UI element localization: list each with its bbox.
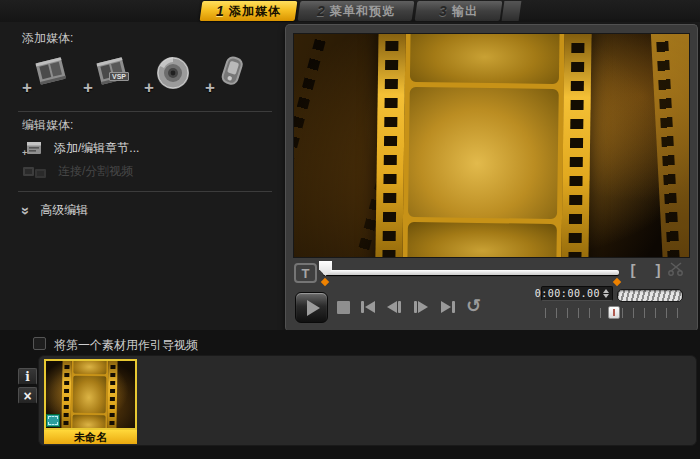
spinner-up-icon [603,289,609,293]
clip-remove-button[interactable]: × [18,387,37,404]
double-chevron-icon: » [21,206,31,214]
preview-panel: T [ ] ↺ 0:00:00.00 [285,24,698,332]
play-icon [307,300,320,316]
tab-menu-preview[interactable]: 2 菜单和预览 [298,1,415,21]
mini-film-frame [73,375,107,413]
plus-icon: + [83,78,93,98]
menu-item-label: 添加/编辑章节... [54,140,139,157]
skip-end-icon [441,301,451,313]
add-disc-button[interactable]: + [144,52,192,104]
next-frame-icon [414,301,417,313]
timecode-spinner[interactable] [603,289,609,298]
volume-slider[interactable] [617,289,683,302]
step-tab-bar: 1 添加媒体 2 菜单和预览 3 输出 [0,0,700,22]
menu-item-label: 高级编辑 [40,202,88,219]
join-split-icon [22,164,48,180]
go-to-start-button[interactable] [361,296,375,318]
plus-icon: + [22,78,32,98]
seek-track[interactable] [323,270,619,275]
sidebar-divider [18,191,272,192]
mini-film-strip [61,359,117,430]
join-split-video-item: 连接/分割视频 [22,163,133,180]
tab-label: 输出 [452,3,478,20]
mark-in-button[interactable]: [ [623,260,643,280]
tab-number: 2 [317,3,325,19]
edit-media-section-label: 编辑媒体: [22,117,73,134]
video-clip-type-badge [46,414,60,427]
scissors-icon [667,261,684,276]
spinner-down-icon [603,294,609,298]
next-frame-button[interactable] [414,296,428,318]
film-sprocket-rail [561,33,591,258]
clip-info-button[interactable]: i [18,368,37,385]
add-edit-chapters-item[interactable]: + 添加/编辑章节... [22,139,139,157]
film-frame [408,87,559,219]
timecode-value: 0:00:00.00 [535,288,600,299]
sidebar-divider [18,111,272,112]
lead-video-checkbox[interactable] [33,337,46,350]
advanced-edit-item[interactable]: » 高级编辑 [22,202,88,219]
film-frame [410,33,560,84]
film-sprocket-rail [375,33,405,258]
film-frames [402,33,565,258]
svg-text:+: + [22,148,27,157]
vsp-badge: VSP [109,72,129,81]
mobile-phone-icon [213,54,253,92]
timecode-display: 0:00:00.00 [541,286,613,301]
tab-output[interactable]: 3 输出 [415,1,503,21]
add-mobile-device-button[interactable]: + [205,52,253,104]
trim-start-marker[interactable] [321,278,329,286]
trim-end-marker[interactable] [613,278,621,286]
video-preview [293,33,690,258]
jog-shuttle-handle[interactable] [608,306,620,319]
text-overlay-button[interactable]: T [294,263,317,283]
add-media-section-label: 添加媒体: [22,30,73,47]
mini-film-frames [70,359,108,430]
stop-button[interactable] [337,301,350,314]
add-video-file-button[interactable]: + [22,52,70,104]
tab-label: 添加媒体 [229,3,281,20]
tab-number: 3 [439,3,447,19]
tab-label: 菜单和预览 [330,3,395,20]
repeat-button[interactable]: ↺ [466,295,481,316]
mini-sprocket-rail [108,359,118,430]
lead-video-label: 将第一个素材用作引导视频 [54,337,198,354]
tab-number: 1 [216,3,224,19]
skip-start-icon [365,301,375,313]
add-media-icon-row: + + VSP + [22,52,262,104]
mini-film-frame [73,359,106,374]
film-frame [407,222,557,258]
tab-add-media[interactable]: 1 添加媒体 [200,1,298,21]
menu-item-label: 连接/分割视频 [58,163,133,180]
mini-film-frame [72,415,105,430]
add-vsp-project-button[interactable]: + VSP [83,52,131,104]
disc-icon [152,54,192,92]
prev-frame-icon [387,301,397,313]
mark-out-button[interactable]: ] [648,260,668,280]
skip-end-icon [452,301,455,313]
chapter-icon: + [22,139,44,157]
film-strip-main [375,33,592,258]
previous-frame-button[interactable] [387,296,401,318]
clip-name-label[interactable]: 未命名 [44,430,137,444]
skip-start-icon [361,301,364,313]
next-frame-icon [418,301,428,313]
mini-sprocket-rail [61,359,71,430]
tab-bar-end-cap [502,1,522,21]
play-button[interactable] [295,292,328,323]
split-clip-button [667,261,684,276]
film-clip-icon [32,54,70,90]
prev-frame-icon [398,301,401,313]
go-to-end-button[interactable] [441,296,455,318]
